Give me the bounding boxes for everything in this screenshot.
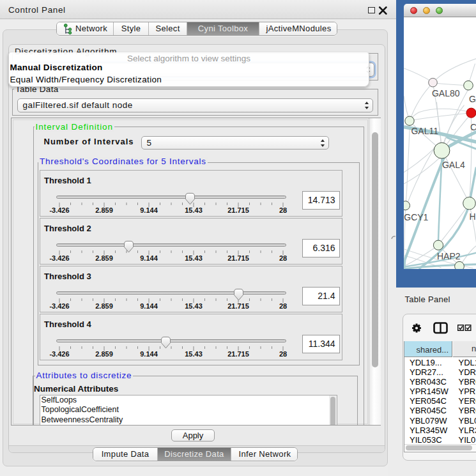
svg-text:GAL4: GAL4 (441, 160, 464, 170)
svg-text:H: H (469, 211, 475, 222)
svg-text:GAL11: GAL11 (411, 126, 438, 136)
svg-text:GA: GA (468, 94, 476, 104)
svg-text:C: C (470, 122, 476, 132)
svg-text:GAL80: GAL80 (432, 88, 460, 98)
svg-text:HAP2: HAP2 (437, 251, 461, 261)
svg-text:GCY1: GCY1 (404, 212, 428, 222)
